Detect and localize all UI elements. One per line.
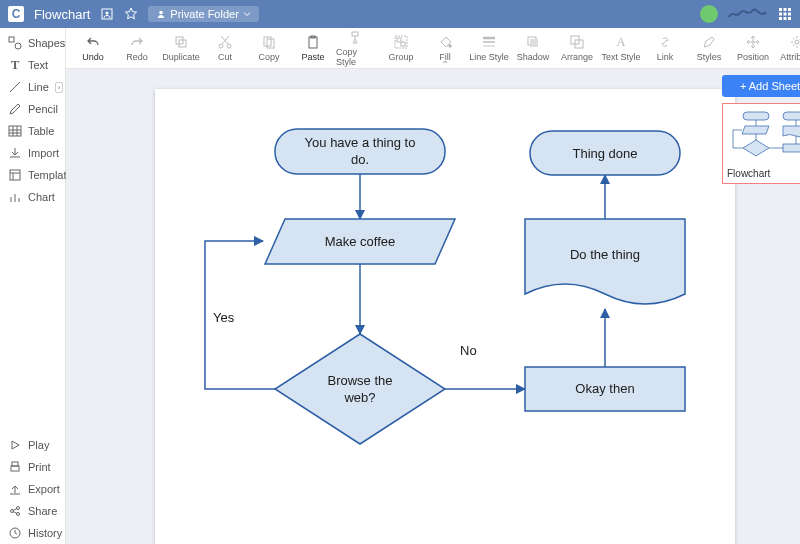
tool-label: Copy (258, 52, 279, 62)
redo-icon (129, 34, 145, 50)
page[interactable]: You have a thing to do. Make coffee Brow… (155, 89, 735, 544)
tool-textstyle[interactable]: AText Style (600, 28, 642, 68)
sidebar-item-print[interactable]: Print (0, 456, 65, 478)
tool-position[interactable]: Position (732, 28, 774, 68)
edge-yes-label: Yes (213, 310, 235, 325)
tool-label: Line Style (469, 52, 509, 62)
sidebar-item-template[interactable]: Template (0, 164, 65, 186)
svg-rect-45 (401, 42, 405, 46)
tool-linestyle[interactable]: Line Style (468, 28, 510, 68)
canvas[interactable]: You have a thing to do. Make coffee Brow… (66, 69, 800, 544)
svg-line-31 (13, 509, 17, 511)
sidebar-item-table[interactable]: Table (0, 120, 65, 142)
line-icon (8, 80, 22, 94)
sheet-thumbnail[interactable]: Flowchart (722, 103, 800, 184)
tool-label: Duplicate (162, 52, 200, 62)
users-icon[interactable] (100, 7, 114, 21)
app-logo[interactable]: C (8, 6, 24, 22)
apps-grid-icon[interactable] (778, 7, 792, 21)
sidebar-item-shapes[interactable]: Shapes (0, 32, 65, 54)
svg-rect-51 (530, 39, 538, 47)
sidebar-item-pencil[interactable]: Pencil (0, 98, 65, 120)
tool-shadow[interactable]: Shadow (512, 28, 554, 68)
cut-icon (217, 34, 233, 50)
node-done-text: Thing done (572, 146, 637, 161)
left-sidebar: Shapes TText Line› Pencil Table Import T… (0, 28, 66, 544)
node-browse[interactable] (275, 334, 445, 444)
node-browse-text1: Browse the (327, 373, 392, 388)
svg-rect-5 (788, 8, 791, 11)
sidebar-item-import[interactable]: Import (0, 142, 65, 164)
svg-marker-57 (742, 126, 769, 134)
sidebar-item-play[interactable]: Play (0, 434, 65, 456)
svg-rect-56 (743, 112, 769, 120)
svg-rect-20 (10, 170, 20, 180)
table-icon (8, 124, 22, 138)
tool-cut[interactable]: Cut (204, 28, 246, 68)
copy-icon (261, 34, 277, 50)
node-okay-text: Okay then (575, 381, 634, 396)
tool-undo[interactable]: Undo (72, 28, 114, 68)
svg-point-2 (160, 11, 164, 15)
tool-duplicate[interactable]: Duplicate (160, 28, 202, 68)
tool-label: Text Style (601, 52, 640, 62)
folder-label: Private Folder (170, 8, 238, 20)
tool-label: Shadow (517, 52, 550, 62)
svg-rect-15 (9, 126, 21, 136)
user-avatar[interactable] (700, 5, 718, 23)
tool-styles[interactable]: Styles (688, 28, 730, 68)
svg-point-13 (15, 43, 21, 49)
tool-redo[interactable]: Redo (116, 28, 158, 68)
sidebar-label: Share (28, 505, 57, 517)
linestyle-icon (481, 34, 497, 50)
tool-group[interactable]: Group (380, 28, 422, 68)
svg-line-14 (10, 82, 20, 92)
brand-scribble (728, 7, 768, 21)
svg-rect-42 (352, 32, 358, 36)
svg-point-1 (106, 12, 109, 15)
sidebar-item-line[interactable]: Line› (0, 76, 65, 98)
document-title: Flowchart (34, 7, 90, 22)
add-sheet-label: + Add Sheet (740, 80, 800, 92)
history-icon (8, 526, 22, 540)
tool-copystyle[interactable]: Copy Style (336, 28, 378, 68)
folder-selector[interactable]: Private Folder (148, 6, 258, 22)
thumbnail-label: Flowchart (725, 166, 800, 181)
play-icon (8, 438, 22, 452)
pencil-icon (8, 102, 22, 116)
arrange-icon (569, 34, 585, 50)
svg-rect-59 (783, 144, 800, 152)
tool-copy[interactable]: Copy (248, 28, 290, 68)
tool-link[interactable]: Link (644, 28, 686, 68)
node-browse-text2: web? (343, 390, 375, 405)
attribute-icon (789, 34, 800, 50)
tool-label: Copy Style (336, 47, 378, 67)
star-icon[interactable] (124, 7, 138, 21)
sidebar-item-share[interactable]: Share (0, 500, 65, 522)
sidebar-label: Print (28, 461, 51, 473)
duplicate-icon (173, 34, 189, 50)
group-icon (393, 34, 409, 50)
sidebar-label: Import (28, 147, 59, 159)
text-icon: T (8, 58, 22, 72)
sidebar-label: Shapes (28, 37, 65, 49)
textstyle-icon: A (613, 34, 629, 50)
tool-attribute[interactable]: Attribute (776, 28, 800, 68)
chart-icon (8, 190, 22, 204)
add-sheet-button[interactable]: + Add Sheet (722, 75, 800, 97)
sidebar-item-text[interactable]: TText (0, 54, 65, 76)
tool-label: Undo (82, 52, 104, 62)
tool-paste[interactable]: Paste (292, 28, 334, 68)
sidebar-label: Line (28, 81, 49, 93)
svg-point-46 (449, 45, 452, 48)
tool-label: Redo (126, 52, 148, 62)
sidebar-label: Pencil (28, 103, 58, 115)
sidebar-item-export[interactable]: Export (0, 478, 65, 500)
edge-no-label: No (460, 343, 477, 358)
sidebar-label: Chart (28, 191, 55, 203)
sidebar-item-chart[interactable]: Chart (0, 186, 65, 208)
sidebar-item-history[interactable]: History (0, 522, 65, 544)
paste-icon (305, 34, 321, 50)
tool-arrange[interactable]: Arrange (556, 28, 598, 68)
fill-icon (437, 34, 453, 50)
